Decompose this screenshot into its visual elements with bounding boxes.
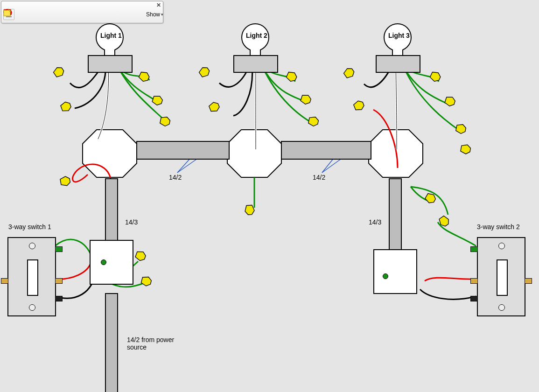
cable-box3-down [389,178,402,251]
cable-label-14-3-a: 14/3 [125,218,138,226]
switch-1-label: 3-way switch 1 [8,223,51,231]
junction-small-1 [90,240,133,285]
junction-box-2 [227,130,281,177]
cable-label-14-2-b: 14/2 [313,174,325,181]
cable-box1-box2 [136,141,230,160]
cable-label-14-3-b: 14/3 [369,218,381,226]
junction-small-2 [373,249,417,294]
power-source-label: 14/2 from power source [127,336,174,351]
light-3-label: Light 3 [388,32,410,39]
light-2-base [233,55,278,73]
cable-box2-box3 [281,141,371,160]
cable-box1-down [105,178,118,242]
light-1-base [88,55,133,73]
light-3-base [376,55,420,73]
switch-2-label: 3-way switch 2 [477,223,520,231]
cable-power-in [105,293,118,392]
cable-label-14-2-a: 14/2 [169,174,182,181]
light-1-label: Light 1 [100,32,122,39]
switch-1 [7,237,56,316]
light-2-label: Light 2 [246,32,267,39]
switch-2 [477,237,525,316]
junction-box-1 [83,130,137,177]
